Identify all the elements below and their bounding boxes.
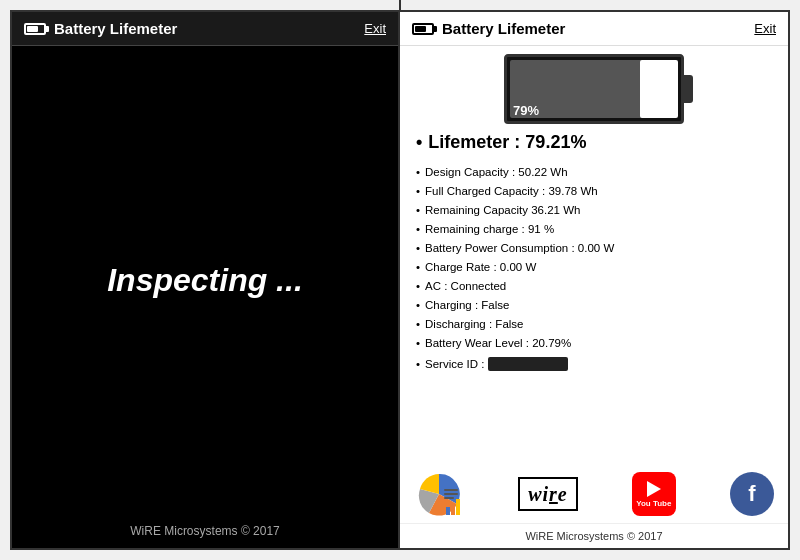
lifemeter-value: 79.21% xyxy=(525,132,586,153)
stat-value-8: False xyxy=(495,315,523,334)
lifemeter-label: Lifemeter : xyxy=(428,132,520,153)
right-battery-icon xyxy=(412,23,434,35)
stat-bullet-5: • xyxy=(416,258,420,277)
stat-row-1: • Full Charged Capacity : 39.78 Wh xyxy=(416,182,772,201)
inspecting-text: Inspecting ... xyxy=(107,262,303,299)
stat-row-5: • Charge Rate : 0.00 W xyxy=(416,258,772,277)
stat-bullet-1: • xyxy=(416,182,420,201)
right-header-left: Battery Lifemeter xyxy=(412,20,565,37)
service-id-bar xyxy=(488,357,568,371)
stat-value-2: 36.21 Wh xyxy=(531,201,580,220)
stat-row-3: • Remaining charge : 91 % xyxy=(416,220,772,239)
wire-logo-text: wire xyxy=(528,483,568,505)
right-content-area: 79% • Lifemeter : 79.21% • Design Capaci… xyxy=(400,46,788,463)
right-panel: Battery Lifemeter Exit 79% • Lifemeter :… xyxy=(400,12,788,548)
stat-bullet-7: • xyxy=(416,296,420,315)
stat-label-6: AC : xyxy=(425,277,447,296)
left-battery-icon xyxy=(24,23,46,35)
battery-percent-label: 79% xyxy=(513,103,539,118)
stat-value-9: 20.79% xyxy=(532,334,571,353)
right-footer: WiRE Microsystems © 2017 xyxy=(400,523,788,548)
stat-label-7: Charging : xyxy=(425,296,478,315)
stat-label-8: Discharging : xyxy=(425,315,492,334)
main-container: Battery Lifemeter Exit Inspecting ... Wi… xyxy=(10,10,790,550)
stat-value-6: Connected xyxy=(451,277,507,296)
battery-visual-container: 79% xyxy=(416,54,772,124)
service-id-row: • Service ID : xyxy=(416,355,772,374)
stat-label-3: Remaining charge : xyxy=(425,220,525,239)
youtube-play-icon xyxy=(647,481,661,497)
stat-value-7: False xyxy=(481,296,509,315)
stat-value-0: 50.22 Wh xyxy=(518,163,567,182)
stat-value-5: 0.00 W xyxy=(500,258,536,277)
stat-bullet-3: • xyxy=(416,220,420,239)
stat-row-9: • Battery Wear Level : 20.79% xyxy=(416,334,772,353)
stat-row-7: • Charging : False xyxy=(416,296,772,315)
svg-rect-4 xyxy=(444,493,458,495)
wire-logo: wire xyxy=(518,477,578,511)
facebook-button[interactable]: f xyxy=(730,472,774,516)
stat-row-2: • Remaining Capacity 36.21 Wh xyxy=(416,201,772,220)
left-header-left: Battery Lifemeter xyxy=(24,20,177,37)
connector-line xyxy=(399,0,401,12)
left-panel-header: Battery Lifemeter Exit xyxy=(12,12,398,46)
stat-value-4: 0.00 W xyxy=(578,239,614,258)
stat-bullet-0: • xyxy=(416,163,420,182)
stat-bullet-6: • xyxy=(416,277,420,296)
stat-row-0: • Design Capacity : 50.22 Wh xyxy=(416,163,772,182)
svg-rect-2 xyxy=(456,499,460,515)
stat-label-9: Battery Wear Level : xyxy=(425,334,529,353)
svg-rect-0 xyxy=(446,507,450,515)
right-panel-header: Battery Lifemeter Exit xyxy=(400,12,788,46)
left-panel: Battery Lifemeter Exit Inspecting ... Wi… xyxy=(12,12,400,548)
battery-visual: 79% xyxy=(504,54,684,124)
lifemeter-bullet: • xyxy=(416,132,422,153)
left-footer: WiRE Microsystems © 2017 xyxy=(12,514,398,548)
lifemeter-row: • Lifemeter : 79.21% xyxy=(416,132,772,153)
stat-row-8: • Discharging : False xyxy=(416,315,772,334)
svg-rect-3 xyxy=(444,489,458,491)
stat-label-5: Charge Rate : xyxy=(425,258,497,277)
youtube-button[interactable]: You Tube xyxy=(632,472,676,516)
right-exit-button[interactable]: Exit xyxy=(754,21,776,36)
stat-label-4: Battery Power Consumption : xyxy=(425,239,575,258)
svg-rect-1 xyxy=(451,503,455,515)
left-content-area: Inspecting ... xyxy=(12,46,398,514)
left-exit-button[interactable]: Exit xyxy=(364,21,386,36)
facebook-label: f xyxy=(748,481,755,507)
stat-bullet-8: • xyxy=(416,315,420,334)
stat-label-1: Full Charged Capacity : xyxy=(425,182,545,201)
stat-value-3: 91 % xyxy=(528,220,554,239)
service-id-label: Service ID : xyxy=(425,355,484,374)
stat-label-0: Design Capacity : xyxy=(425,163,515,182)
youtube-label: You Tube xyxy=(636,499,671,508)
battery-white-section xyxy=(640,60,678,118)
stat-row-4: • Battery Power Consumption : 0.00 W xyxy=(416,239,772,258)
stats-section: • Design Capacity : 50.22 Wh • Full Char… xyxy=(416,163,772,374)
stat-bullet-4: • xyxy=(416,239,420,258)
service-id-bullet: • xyxy=(416,355,420,374)
stat-bullet-2: • xyxy=(416,201,420,220)
stat-bullet-9: • xyxy=(416,334,420,353)
stat-label-2: Remaining Capacity xyxy=(425,201,528,220)
right-panel-title: Battery Lifemeter xyxy=(442,20,565,37)
svg-rect-5 xyxy=(444,497,454,499)
pie-chart-icon xyxy=(414,469,464,519)
stat-row-6: • AC : Connected xyxy=(416,277,772,296)
left-panel-title: Battery Lifemeter xyxy=(54,20,177,37)
bottom-area: wire You Tube f xyxy=(400,463,788,523)
stat-value-1: 39.78 Wh xyxy=(548,182,597,201)
